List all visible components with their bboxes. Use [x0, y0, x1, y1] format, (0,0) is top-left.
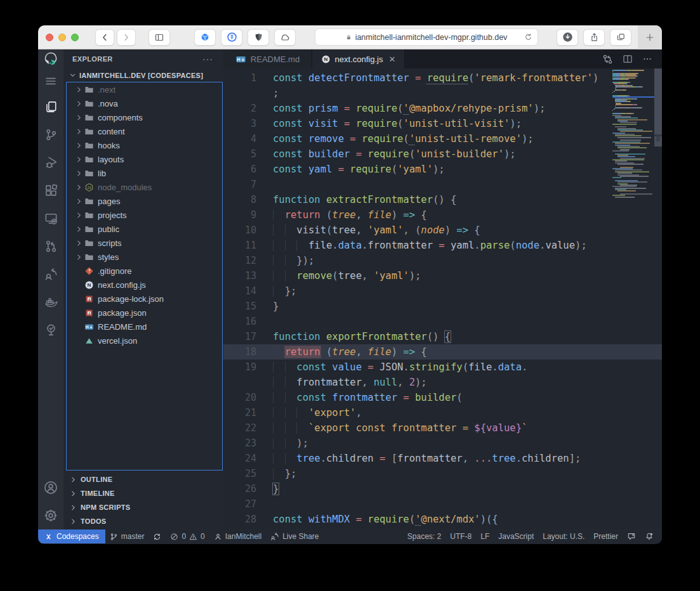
- node-file-icon: JS: [84, 183, 94, 192]
- token: });: [296, 255, 314, 266]
- status-sync-icon[interactable]: [149, 529, 166, 543]
- activity-menu[interactable]: [38, 70, 63, 93]
- extension-button-cloud[interactable]: [274, 29, 296, 46]
- status-prettier[interactable]: Prettier: [589, 529, 623, 543]
- token: withMDX: [308, 514, 356, 525]
- split-editor-icon[interactable]: [623, 54, 633, 64]
- extension-button-1password[interactable]: [221, 29, 242, 46]
- editor-scrollbar[interactable]: [654, 68, 662, 529]
- forward-button[interactable]: [117, 29, 136, 46]
- activity-files[interactable]: [38, 93, 63, 120]
- tree-item-components[interactable]: components: [67, 110, 222, 124]
- reload-icon[interactable]: [524, 33, 532, 41]
- status-ianmitchell[interactable]: IanMitchell: [209, 529, 266, 543]
- section-label: TIMELINE: [81, 490, 115, 497]
- workspace-section-header[interactable]: IANMITCHELL.DEV [CODESPACES]: [63, 68, 223, 82]
- tab-next.config.js[interactable]: Nnext.config.js✕: [312, 49, 405, 68]
- tree-item-package.json[interactable]: package.json: [67, 306, 222, 320]
- downloads-button[interactable]: [557, 29, 578, 46]
- close-icon[interactable]: ✕: [388, 55, 395, 63]
- line-number: 9: [223, 207, 256, 223]
- code-line-wrap: ;: [223, 86, 662, 101]
- activity-settings-gear[interactable]: [38, 502, 63, 529]
- activity-todo-tree[interactable]: [38, 316, 63, 344]
- tab-label: next.config.js: [335, 55, 383, 64]
- line-content: [256, 177, 273, 192]
- open-changes-icon[interactable]: [602, 54, 613, 65]
- tree-item-styles[interactable]: styles: [67, 250, 222, 264]
- code-editor[interactable]: 1const detectFrontmatter = require('rema…: [223, 68, 662, 529]
- more-actions-icon[interactable]: [642, 54, 652, 64]
- tree-item-README.md[interactable]: README.md: [67, 320, 222, 334]
- tree-item-node_modules[interactable]: JSnode_modules: [67, 180, 222, 194]
- status-live-share[interactable]: Live Share: [266, 529, 323, 543]
- line-content: [256, 497, 273, 512]
- sidebar-section-timeline[interactable]: TIMELINE: [63, 486, 223, 500]
- activity-run-debug[interactable]: [38, 148, 63, 176]
- address-bar[interactable]: ianmitchell-ianmitchell-dev-mgpr.github.…: [315, 29, 538, 46]
- status-spaces-2[interactable]: Spaces: 2: [403, 529, 446, 543]
- status-layout-u-s-[interactable]: Layout: U.S.: [538, 529, 589, 543]
- tree-item-projects[interactable]: projects: [67, 208, 222, 222]
- token: .: [474, 240, 480, 251]
- activity-remote-explorer[interactable]: [38, 204, 63, 232]
- activity-live-share[interactable]: [38, 260, 63, 288]
- activity-docker[interactable]: [38, 288, 63, 316]
- line-content: const visit = require('unist-util-visit'…: [256, 116, 522, 131]
- share-button[interactable]: [583, 29, 605, 46]
- status-label: Codespaces: [56, 532, 99, 541]
- tree-item-.next[interactable]: .next: [67, 82, 222, 96]
- tree-item-vercel.json[interactable]: vercel.json: [67, 334, 222, 347]
- minimap[interactable]: [612, 70, 654, 209]
- line-content: );: [256, 436, 308, 451]
- close-window-button[interactable]: [46, 34, 53, 41]
- explorer-title: EXPLORER: [72, 55, 113, 63]
- status-feedback-icon[interactable]: [623, 529, 640, 543]
- sidebar-section-todos[interactable]: TODOS: [63, 514, 223, 528]
- token: null: [374, 377, 397, 388]
- tree-item-label: next.config.js: [98, 280, 146, 290]
- sidebar-toggle-button[interactable]: [149, 29, 170, 46]
- status-master[interactable]: master: [105, 529, 149, 543]
- tree-item-scripts[interactable]: scripts: [67, 236, 222, 250]
- code-line-13: 13 remove(tree, 'yaml');: [223, 268, 662, 283]
- status-0[interactable]: 00: [166, 529, 209, 543]
- activity-extensions[interactable]: [38, 176, 63, 204]
- md-icon: [84, 322, 94, 332]
- tab-overview-button[interactable]: [610, 29, 631, 46]
- back-button[interactable]: [95, 29, 114, 46]
- status-codespaces[interactable]: Codespaces: [38, 529, 105, 543]
- tree-item-.nova[interactable]: .nova: [67, 96, 222, 110]
- minimize-window-button[interactable]: [58, 34, 66, 41]
- tree-item-content[interactable]: content: [67, 124, 222, 138]
- zoom-window-button[interactable]: [71, 34, 79, 41]
- status-utf-8[interactable]: UTF-8: [446, 529, 476, 543]
- tree-item-lib[interactable]: lib: [67, 166, 222, 180]
- tab-README.md[interactable]: README.md: [223, 49, 312, 68]
- token: 'remark-frontmatter': [474, 72, 593, 84]
- code-line-11: 11 file.data.frontmatter = yaml.parse(no…: [223, 238, 662, 253]
- tree-item-pages[interactable]: pages: [67, 194, 222, 208]
- tree-item-.gitignore[interactable]: .gitignore: [67, 264, 222, 278]
- activity-github-pr[interactable]: [38, 232, 63, 260]
- new-tab-button[interactable]: [638, 25, 662, 49]
- token: , (: [403, 224, 421, 236]
- tree-item-layouts[interactable]: layouts: [67, 152, 222, 166]
- tree-item-public[interactable]: public: [67, 222, 222, 236]
- status-bell-icon[interactable]: [640, 529, 658, 543]
- tree-item-next.config.js[interactable]: Nnext.config.js: [67, 278, 222, 292]
- extension-button-cube[interactable]: [194, 29, 216, 46]
- sidebar-section-npm-scripts[interactable]: NPM SCRIPTS: [63, 500, 223, 514]
- tree-item-hooks[interactable]: hooks: [67, 138, 222, 152]
- extension-button-shield[interactable]: [248, 29, 269, 46]
- status-lf[interactable]: LF: [476, 529, 494, 543]
- chevron-right-icon: [76, 170, 83, 177]
- activity-account[interactable]: [38, 474, 63, 502]
- activity-source-control[interactable]: [38, 120, 63, 148]
- explorer-more-actions[interactable]: ···: [202, 54, 213, 64]
- tree-item-package-lock.json[interactable]: package-lock.json: [67, 292, 222, 306]
- sidebar-section-outline[interactable]: OUTLINE: [63, 472, 223, 486]
- code-lines: 1const detectFrontmatter = require('rema…: [223, 70, 662, 527]
- token: }: [273, 483, 279, 495]
- status-javascript[interactable]: JavaScript: [494, 529, 538, 543]
